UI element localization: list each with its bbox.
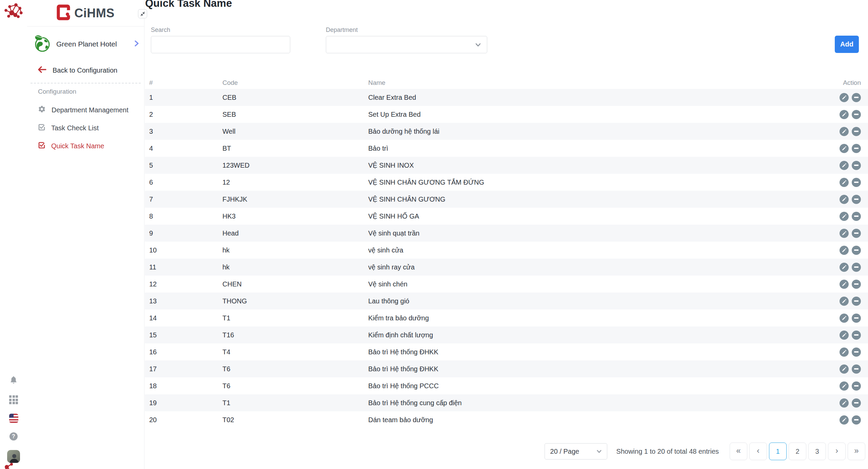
edit-button[interactable] [840,398,849,408]
edit-button[interactable] [840,314,849,323]
row-actions [807,348,861,357]
remove-button[interactable] [852,280,861,289]
remove-button[interactable] [852,144,861,153]
edit-button[interactable] [840,246,849,255]
remove-button[interactable] [852,381,861,391]
edit-button[interactable] [840,229,849,238]
showing-entries-text: Showing 1 to 20 of total 48 entries [616,448,719,455]
remove-button[interactable] [852,297,861,306]
remove-button[interactable] [852,263,861,272]
edit-button[interactable] [840,195,849,204]
sidebar-item-label: Department Management [52,106,129,114]
add-button[interactable]: Add [835,36,859,53]
row-name: Vệ sinh quạt trần [368,229,807,237]
row-name: Kiểm định chất lượng [368,331,807,339]
language-us-flag-icon[interactable] [9,414,18,423]
edit-button[interactable] [840,331,849,340]
row-code: HK3 [222,212,368,220]
table-row: 18 T6 Bảo trì Hệ thống PCCC [145,377,868,394]
edit-button[interactable] [840,364,849,374]
edit-button[interactable] [840,161,849,170]
hotel-selector[interactable]: Green Planet Hotel [33,34,139,54]
remove-button[interactable] [852,229,861,238]
department-label: Department [326,26,487,34]
page-button-2[interactable]: 2 [789,443,806,460]
table-row: 14 T1 Kiểm tra bảo dưỡng [145,309,868,326]
next-page-button[interactable]: › [828,443,846,460]
edit-button[interactable] [840,415,849,425]
row-code: CHEN [222,280,368,288]
remove-button[interactable] [852,212,861,221]
edit-button[interactable] [840,297,849,306]
edit-button[interactable] [840,348,849,357]
notifications-bell-icon[interactable] [9,375,18,386]
column-header-num: # [149,79,222,87]
row-number: 9 [149,229,222,237]
edit-button[interactable] [840,110,849,119]
sidebar-item-label: Quick Task Name [51,142,104,150]
page-button-3[interactable]: 3 [808,443,826,460]
user-avatar[interactable] [7,450,20,463]
remove-button[interactable] [852,348,861,357]
divider [31,83,141,83]
edit-button[interactable] [840,212,849,221]
remove-button[interactable] [852,110,861,119]
row-code: hk [222,263,368,271]
table-row: 1 CEB Clear Extra Bed [145,89,868,106]
remove-button[interactable] [852,398,861,408]
last-page-button[interactable]: » [848,443,865,460]
sidebar-item-department-management[interactable]: Department Management [27,101,144,119]
corner-network-logo-icon [0,462,16,469]
row-actions [807,415,861,425]
row-number: 5 [149,162,222,169]
collapse-sidebar-button[interactable] [138,9,147,18]
search-input[interactable] [151,36,290,53]
sidebar-item-task-check-list[interactable]: Task Check List [27,119,144,137]
help-icon[interactable]: ? [9,432,18,440]
row-code: THONG [222,297,368,305]
edit-button[interactable] [840,263,849,272]
table-header-row: # Code Name Action [145,76,868,89]
apps-grid-icon[interactable] [9,395,18,404]
edit-button[interactable] [840,127,849,136]
column-header-name: Name [368,79,807,87]
row-number: 8 [149,212,222,220]
row-name: vệ sinh cửa [368,246,807,254]
remove-button[interactable] [852,178,861,187]
remove-button[interactable] [852,364,861,374]
page-button-1[interactable]: 1 [769,443,787,460]
remove-button[interactable] [852,331,861,340]
remove-button[interactable] [852,415,861,425]
remove-button[interactable] [852,161,861,170]
row-actions [807,297,861,306]
edit-button[interactable] [840,144,849,153]
pagination-bar: 20 / Page Showing 1 to 20 of total 48 en… [145,443,865,460]
remove-button[interactable] [852,127,861,136]
row-name: Bảo trì [368,145,807,152]
first-page-button[interactable]: « [730,443,747,460]
edit-button[interactable] [840,280,849,289]
remove-button[interactable] [852,93,861,102]
row-code: Well [222,128,368,135]
remove-button[interactable] [852,246,861,255]
page-size-select[interactable]: 20 / Page [545,443,607,459]
row-code: BT [222,145,368,152]
edit-button[interactable] [840,93,849,102]
sidebar-item-quick-task-name[interactable]: Quick Task Name [27,137,144,155]
department-select[interactable] [326,36,487,53]
remove-button[interactable] [852,195,861,204]
back-to-configuration[interactable]: Back to Configuration [27,66,144,75]
row-actions [807,93,861,102]
edit-button[interactable] [840,178,849,187]
search-label: Search [151,26,290,34]
table-row: 6 12 VỆ SINH CHÂN GƯƠNG TẮM ĐỨNG [145,174,868,191]
prev-page-button[interactable]: ‹ [749,443,767,460]
chevron-down-icon [596,448,602,456]
edit-button[interactable] [840,381,849,391]
row-actions [807,229,861,238]
remove-button[interactable] [852,314,861,323]
page-buttons: « ‹ 123 › » [730,443,865,460]
row-code: CEB [222,94,368,101]
row-name: Bảo trì Hệ thống cung cấp điện [368,399,807,407]
back-arrow-icon [37,66,47,75]
